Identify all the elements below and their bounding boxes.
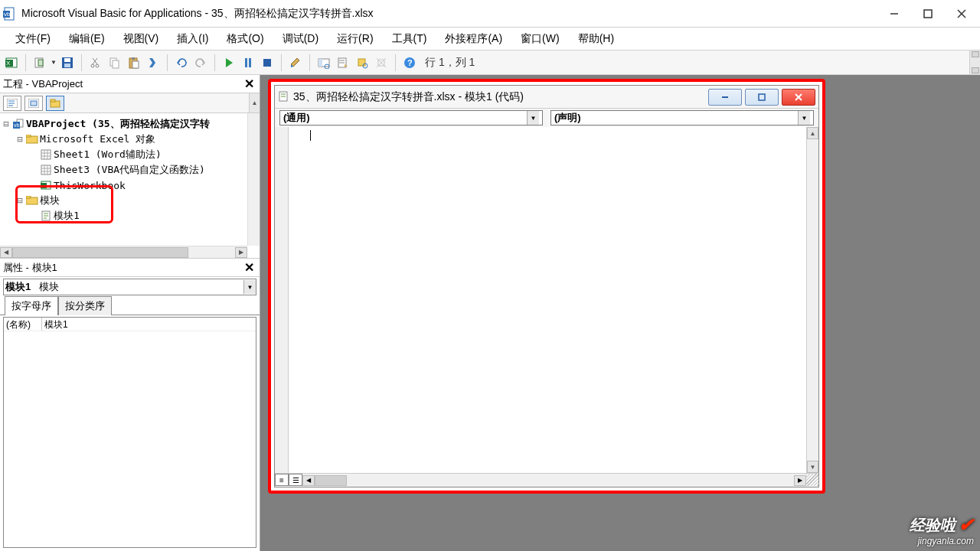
close-button[interactable] <box>945 2 978 25</box>
property-name-value[interactable]: 模块1 <box>42 318 256 331</box>
cut-icon[interactable] <box>87 54 104 71</box>
help-icon[interactable]: ? <box>401 54 418 71</box>
tree-sheet3[interactable]: Sheet3 (VBA代码自定义函数法) <box>2 162 258 178</box>
view-code-button[interactable] <box>3 96 21 111</box>
menu-tools[interactable]: 工具(T) <box>383 29 436 49</box>
tree-scrollbar-vertical[interactable] <box>247 113 260 246</box>
object-browser-icon[interactable] <box>354 54 371 71</box>
svg-rect-79 <box>759 94 765 100</box>
code-window-close-button[interactable] <box>782 89 815 106</box>
tree-thisworkbook[interactable]: ThisWorkbook <box>2 178 258 193</box>
svg-rect-22 <box>132 57 135 60</box>
svg-text:X: X <box>6 60 11 67</box>
redo-icon[interactable] <box>192 54 209 71</box>
svg-rect-56 <box>26 135 31 137</box>
project-icon: vb <box>12 118 24 130</box>
titlebar: vb Microsoft Visual Basic for Applicatio… <box>0 0 980 28</box>
properties-close-button[interactable]: ✕ <box>241 260 256 276</box>
svg-marker-28 <box>291 58 299 67</box>
svg-rect-4 <box>924 10 932 18</box>
tree-sheet1[interactable]: Sheet1 (Word辅助法) <box>2 147 258 162</box>
full-module-view-button[interactable]: ☰ <box>289 474 302 486</box>
paste-icon[interactable] <box>126 54 142 71</box>
menu-addins[interactable]: 外接程序(A) <box>436 29 511 49</box>
project-pane-splitter[interactable]: ▲ <box>249 93 260 112</box>
svg-rect-13 <box>64 58 70 62</box>
properties-icon[interactable] <box>335 54 351 71</box>
menu-help[interactable]: 帮助(H) <box>569 29 623 49</box>
undo-icon[interactable] <box>173 54 190 71</box>
code-editor[interactable] <box>289 127 806 473</box>
procedure-selector-dropdown[interactable]: (声明) ▼ <box>550 110 814 126</box>
run-icon[interactable] <box>220 54 237 71</box>
tree-excel-folder[interactable]: ⊟ Microsoft Excel 对象 <box>2 132 258 147</box>
svg-rect-26 <box>249 58 251 67</box>
view-object-button[interactable] <box>24 96 43 111</box>
toolbar-grip[interactable] <box>969 51 980 74</box>
tree-module1[interactable]: 模块1 <box>2 208 258 223</box>
svg-marker-24 <box>226 58 233 67</box>
folder-icon <box>26 133 38 145</box>
watermark-url: jingyanla.com <box>910 536 974 546</box>
code-scrollbar-vertical[interactable]: ▲▼ <box>806 127 818 473</box>
chevron-down-icon: ▼ <box>527 111 539 125</box>
property-row-name[interactable]: (名称) 模块1 <box>4 318 256 331</box>
insert-dropdown-icon[interactable]: ▼ <box>51 54 57 71</box>
copy-icon[interactable] <box>106 54 123 71</box>
project-tree: ⊟ vb VBAProject (35、两招轻松搞定汉字转 ⊟ Microsof… <box>0 113 260 259</box>
insert-button[interactable] <box>31 54 48 71</box>
code-window-title-text: 35、两招轻松搞定汉字转拼音.xlsx - 模块1 (代码) <box>293 90 705 104</box>
menu-window[interactable]: 窗口(W) <box>511 29 569 49</box>
menu-insert[interactable]: 插入(I) <box>168 29 217 49</box>
toggle-folders-button[interactable] <box>46 96 64 111</box>
code-scrollbar-horizontal[interactable]: ◀▶ <box>302 474 806 487</box>
tree-scrollbar-horizontal[interactable]: ◀▶ <box>0 246 247 258</box>
find-icon[interactable] <box>145 54 162 71</box>
properties-title-text: 属性 - 模块1 <box>3 261 57 275</box>
save-icon[interactable] <box>59 54 76 71</box>
object-selector-dropdown[interactable]: (通用) ▼ <box>279 110 543 126</box>
tree-modules-folder[interactable]: ⊟ 模块 <box>2 193 258 208</box>
code-window-resize-grip[interactable] <box>806 474 818 486</box>
svg-rect-68 <box>41 183 47 188</box>
tree-root[interactable]: ⊟ vb VBAProject (35、两招轻松搞定汉字转 <box>2 116 258 132</box>
checkmark-icon: ✔ <box>959 514 974 536</box>
tab-alphabetical[interactable]: 按字母序 <box>5 296 58 315</box>
maximize-button[interactable] <box>911 2 945 25</box>
minimize-button[interactable] <box>877 2 911 25</box>
svg-text:vb: vb <box>14 122 20 128</box>
code-window-titlebar[interactable]: 35、两招轻松搞定汉字转拼音.xlsx - 模块1 (代码) <box>275 86 818 109</box>
project-explorer-icon[interactable] <box>315 54 332 71</box>
tab-categorized[interactable]: 按分类序 <box>58 296 112 315</box>
pause-icon[interactable] <box>240 54 256 71</box>
code-window: 35、两招轻松搞定汉字转拼音.xlsx - 模块1 (代码) (通用) ▼ (声… <box>274 85 819 487</box>
code-window-highlight: 35、两招轻松搞定汉字转拼音.xlsx - 模块1 (代码) (通用) ▼ (声… <box>268 79 825 494</box>
menu-format[interactable]: 格式(O) <box>217 29 273 49</box>
svg-rect-31 <box>318 59 322 67</box>
svg-rect-70 <box>26 196 31 198</box>
menu-debug[interactable]: 调试(D) <box>273 29 328 49</box>
props-combo-type: 模块 <box>39 280 59 294</box>
properties-object-selector[interactable]: 模块1 模块 ▼ <box>3 279 256 295</box>
svg-rect-20 <box>113 60 119 68</box>
procedure-view-button[interactable]: ≡ <box>275 474 289 486</box>
code-window-minimize-button[interactable] <box>708 89 742 106</box>
svg-rect-37 <box>358 59 365 66</box>
svg-rect-49 <box>31 101 37 106</box>
svg-text:?: ? <box>407 58 413 67</box>
code-window-maximize-button[interactable] <box>745 89 779 106</box>
menu-edit[interactable]: 编辑(E) <box>60 29 114 49</box>
project-pane-close-button[interactable]: ✕ <box>241 77 256 92</box>
menu-view[interactable]: 视图(V) <box>114 29 168 49</box>
menu-run[interactable]: 运行(R) <box>328 29 382 49</box>
stop-icon[interactable] <box>259 54 276 71</box>
menu-file[interactable]: 文件(F) <box>6 29 60 49</box>
toolbox-icon[interactable] <box>373 54 390 71</box>
svg-rect-25 <box>245 58 247 67</box>
project-pane-toolbar: ▲ <box>0 93 260 113</box>
props-combo-name: 模块1 <box>5 280 39 294</box>
designmode-icon[interactable] <box>287 54 304 71</box>
excel-icon[interactable]: X <box>3 54 20 71</box>
tree-sheet3-label: Sheet3 (VBA代码自定义函数法) <box>54 163 205 177</box>
window-title: Microsoft Visual Basic for Applications … <box>21 7 877 21</box>
